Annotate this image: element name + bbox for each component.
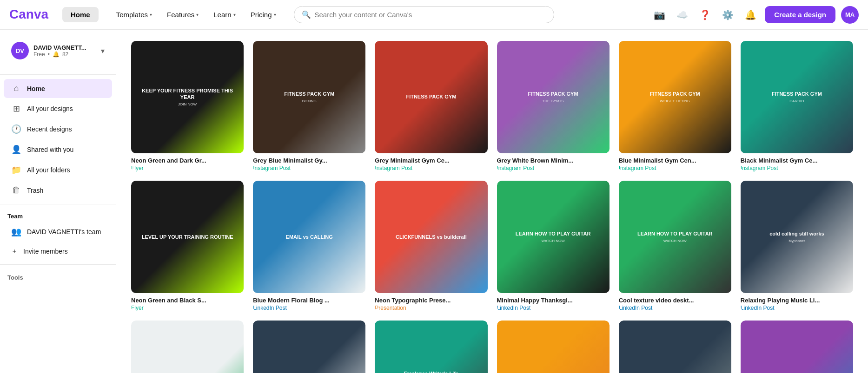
search-icon: 🔍 (302, 10, 311, 19)
upload-icon-button[interactable]: ☁️ (674, 7, 691, 23)
top-nav: Canva Home Templates ▾ Features ▾ Learn … (0, 0, 868, 30)
card-type-7: LinkedIn Post (253, 305, 365, 311)
team-icon: 👥 (11, 227, 21, 237)
home-icon: ⌂ (11, 84, 21, 93)
card-title-4: Blue Minimalist Gym Cen... (619, 157, 731, 164)
design-card-17[interactable]: WRITERS AT 3:00AMWriters at 3:00amInstag… (741, 321, 853, 373)
sidebar-folders-label: All your folders (27, 166, 70, 174)
sidebar-user-chevron-icon: ▾ (101, 46, 105, 55)
card-thumb-title-4: FITNESS PACK GYM (650, 91, 700, 97)
card-thumb-title-10: LEARN HOW TO PLAY GUITAR (637, 231, 713, 237)
sidebar-recent-label: Recent designs (27, 125, 72, 133)
card-thumb-title-3: FITNESS PACK GYM (528, 91, 578, 97)
design-card-8[interactable]: CLICKFUNNELS vs builderallNeon Typograph… (375, 181, 487, 311)
home-nav-button[interactable]: Home (62, 7, 99, 22)
card-type-9: LinkedIn Post (497, 305, 610, 311)
templates-chevron-icon: ▾ (150, 12, 152, 17)
help-icon-button[interactable]: ❓ (696, 7, 714, 23)
pricing-chevron-icon: ▾ (274, 12, 276, 17)
sidebar-item-trash[interactable]: 🗑 Trash (4, 181, 112, 200)
card-thumb-title-14: Freelance Writer's Life (404, 371, 458, 373)
design-card-11[interactable]: cold calling still worksMyphonerRelaxing… (741, 181, 853, 311)
design-card-4[interactable]: FITNESS PACK GYMWEIGHT LIFTINGBlue Minim… (619, 41, 731, 171)
sidebar-item-shared[interactable]: 👤 Shared with you (4, 140, 112, 159)
search-bar: 🔍 (294, 6, 554, 23)
trash-icon: 🗑 (11, 185, 21, 195)
card-type-8: Presentation (375, 305, 487, 311)
sidebar-item-folders[interactable]: 📁 All your folders (4, 160, 112, 180)
sidebar-divider-1 (0, 74, 116, 75)
card-thumb-title-5: FITNESS PACK GYM (772, 91, 822, 97)
card-thumb-sub-4: WEIGHT LIFTING (660, 99, 690, 103)
learn-chevron-icon: ▾ (233, 12, 236, 17)
sidebar-shared-label: Shared with you (27, 146, 73, 153)
card-thumb-sub-3: THE GYM IS (542, 99, 563, 103)
card-title-3: Grey White Brown Minim... (497, 157, 610, 164)
card-type-5: Instagram Post (741, 165, 853, 171)
card-thumb-title-8: CLICKFUNNELS vs builderall (396, 234, 467, 240)
card-type-3: Instagram Post (497, 165, 610, 171)
features-nav-link[interactable]: Features ▾ (160, 7, 205, 22)
card-title-6: Neon Green and Black S... (131, 297, 244, 304)
card-thumb-sub-11: Myphoner (788, 239, 805, 243)
card-thumb-title-1: FITNESS PACK GYM (284, 91, 334, 97)
card-thumb-sub-10: WATCH NOW (663, 239, 687, 243)
design-card-5[interactable]: FITNESS PACK GYMCARDIOBlack Minimalist G… (741, 41, 853, 171)
sidebar-item-all-designs[interactable]: ⊞ All your designs (4, 99, 112, 118)
sidebar-user-name: DAVID VAGNETT... (33, 44, 96, 51)
learn-nav-link[interactable]: Learn ▾ (207, 7, 242, 22)
card-thumb-sub-0: JOIN NOW (178, 102, 197, 106)
search-input[interactable] (315, 11, 546, 19)
notifications-icon-button[interactable]: 🔔 (742, 7, 759, 23)
design-card-3[interactable]: FITNESS PACK GYMTHE GYM ISGrey White Bro… (497, 41, 610, 171)
sidebar-team-name: DAVID VAGNETTI's team (27, 228, 101, 236)
design-card-15[interactable]: DOING BUSINESS IN POLANDDoing Business i… (497, 321, 610, 373)
nav-links: Templates ▾ Features ▾ Learn ▾ Pricing ▾ (110, 7, 283, 22)
create-design-button[interactable]: Create a design (765, 6, 835, 23)
sidebar-user-section[interactable]: DV DAVID VAGNETT... Free • 🔔 82 ▾ (4, 37, 112, 67)
settings-icon-button[interactable]: ⚙️ (719, 7, 736, 23)
grid-icon: ⊞ (11, 104, 21, 114)
sidebar-user-avatar: DV (11, 42, 29, 59)
design-card-1[interactable]: FITNESS PACK GYMBOXINGGrey Blue Minimali… (253, 41, 365, 171)
card-thumb-title-9: LEARN HOW TO PLAY GUITAR (516, 231, 591, 237)
sidebar-divider-2 (0, 204, 116, 204)
sidebar-user-info: DAVID VAGNETT... Free • 🔔 82 (33, 44, 96, 58)
design-card-2[interactable]: FITNESS PACK GYMGrey Minimalist Gym Ce..… (375, 41, 487, 171)
design-card-0[interactable]: KEEP YOUR FITNESS PROMISE THIS YEARJOIN … (131, 41, 244, 171)
templates-nav-link[interactable]: Templates ▾ (110, 7, 159, 22)
card-thumb-title-0: KEEP YOUR FITNESS PROMISE THIS YEAR (136, 88, 239, 100)
card-type-2: Instagram Post (375, 165, 487, 171)
pricing-nav-link[interactable]: Pricing ▾ (244, 7, 283, 22)
design-card-7[interactable]: EMAIL vs CALLINGBlue Modern Floral Blog … (253, 181, 365, 311)
sidebar-item-team[interactable]: 👥 DAVID VAGNETTI's team (4, 222, 112, 242)
design-card-14[interactable]: Freelance Writer's LifeWHAT PEOPLE SEEFr… (375, 321, 487, 373)
user-avatar[interactable]: MA (841, 6, 859, 24)
design-card-13[interactable]: Now HiringNow HiringInstagram Post (253, 321, 365, 373)
logo[interactable]: Canva (9, 7, 51, 23)
sidebar-tools-section-label: Tools (0, 268, 116, 283)
design-card-10[interactable]: LEARN HOW TO PLAY GUITARWATCH NOWCool te… (619, 181, 731, 311)
sidebar-item-home[interactable]: ⌂ Home (4, 79, 112, 98)
sidebar-divider-3 (0, 264, 116, 265)
card-type-11: LinkedIn Post (741, 305, 853, 311)
design-card-12[interactable]: HOW TO MAKE GREAT SALES PITCHESHow to Ma… (131, 321, 244, 373)
card-type-10: LinkedIn Post (619, 305, 731, 311)
sidebar-item-recent[interactable]: 🕐 Recent designs (4, 119, 112, 139)
camera-icon-button[interactable]: 📷 (651, 7, 668, 23)
svg-text:Canva: Canva (9, 7, 48, 21)
clock-icon: 🕐 (11, 124, 21, 134)
card-thumb-title-2: FITNESS PACK GYM (406, 94, 456, 100)
card-thumb-sub-5: CARDIO (789, 99, 804, 103)
design-card-6[interactable]: LEVEL UP YOUR TRAINING ROUTINENeon Green… (131, 181, 244, 311)
design-card-9[interactable]: LEARN HOW TO PLAY GUITARWATCH NOWMinimal… (497, 181, 610, 311)
card-type-4: Instagram Post (619, 165, 731, 171)
card-title-1: Grey Blue Minimalist Gy... (253, 157, 365, 164)
sidebar-item-invite[interactable]: ＋ Invite members (4, 242, 112, 260)
card-title-5: Black Minimalist Gym Ce... (741, 157, 853, 164)
card-title-9: Minimal Happy Thanksgi... (497, 297, 610, 304)
design-card-16[interactable]: CLICKFUNNELS ETISON SUITEClickFunnels Et… (619, 321, 731, 373)
sidebar-notification-icon: 🔔 (53, 51, 60, 58)
sidebar-home-label: Home (27, 85, 45, 92)
sidebar-team-section-label: Team (0, 208, 116, 222)
